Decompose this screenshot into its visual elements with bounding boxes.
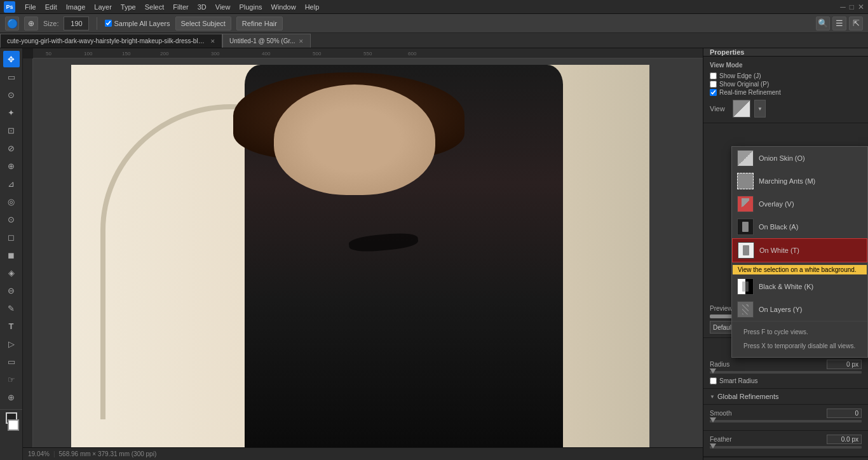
menu-layer[interactable]: Layer — [90, 0, 116, 14]
tab-untitled-close[interactable]: ✕ — [299, 38, 304, 44]
feather-slider-thumb[interactable] — [710, 443, 716, 449]
ruler-vertical — [23, 58, 33, 447]
view-mode-section: View Mode Show Edge (J) Show Original (P… — [703, 57, 868, 123]
tab-photo[interactable]: cute-young-girl-with-dark-wavy-hairstyle… — [0, 34, 222, 48]
show-original-label: Show Original (P) — [719, 81, 769, 88]
tool-eyedropper[interactable]: ⊘ — [3, 140, 20, 156]
dropdown-tooltip: View the selection on a white background… — [733, 265, 867, 274]
smooth-slider-thumb[interactable] — [710, 417, 716, 423]
tool-dodge[interactable]: ⊖ — [3, 282, 20, 299]
feather-row: Feather 0.0 px — [710, 435, 862, 444]
menu-select[interactable]: Select — [140, 0, 169, 14]
view-mode-options: Show Edge (J) Show Original (P) Real-tim… — [710, 72, 862, 96]
view-row: View ▼ — [710, 100, 862, 118]
tab-untitled[interactable]: Untitled-1 @ 50% (Gr... ✕ — [222, 34, 311, 48]
tool-move[interactable]: ✥ — [3, 51, 20, 67]
tool-hand[interactable]: ☞ — [3, 371, 20, 388]
app-icon: Ps — [4, 1, 15, 13]
sample-all-layers-label: Sample All Layers — [114, 20, 170, 27]
menu-3d[interactable]: 3D — [193, 0, 211, 14]
view-label: View — [710, 105, 729, 112]
view-mode-label: View Mode — [710, 62, 862, 69]
menu-type[interactable]: Type — [116, 0, 140, 14]
dropdown-thumb-bw — [737, 278, 754, 295]
dropdown-item-overlay[interactable]: Overlay (V) — [732, 193, 867, 215]
menu-file[interactable]: File — [20, 0, 41, 14]
view-thumbnail[interactable] — [733, 100, 750, 118]
ruler-horizontal: 50 100 150 200 300 400 500 550 600 — [33, 48, 703, 58]
tool-lasso[interactable]: ⊙ — [3, 86, 20, 103]
size-input[interactable] — [64, 17, 89, 30]
tool-blur[interactable]: ◈ — [3, 264, 20, 281]
tool-text[interactable]: T — [3, 318, 20, 334]
background-color[interactable] — [8, 419, 19, 431]
realtime-refinement-checkbox[interactable]: Real-time Refinement — [710, 89, 862, 96]
workspace-icon[interactable]: ☰ — [832, 17, 846, 30]
tool-brush[interactable]: ⊿ — [3, 175, 20, 192]
tool-path-select[interactable]: ▷ — [3, 335, 20, 352]
dropdown-item-on-layers[interactable]: On Layers (Y) — [732, 298, 867, 321]
sample-all-layers-checkbox[interactable]: Sample All Layers — [105, 20, 170, 27]
radius-slider-track[interactable] — [710, 371, 862, 374]
close-btn[interactable]: ✕ — [858, 3, 864, 11]
dropdown-thumb-onion — [737, 150, 754, 166]
menu-filter[interactable]: Filter — [168, 0, 193, 14]
tool-gradient[interactable]: ◼ — [3, 247, 20, 263]
tool-crop[interactable]: ⊡ — [3, 122, 20, 139]
smart-radius-checkbox[interactable]: Smart Radius — [710, 377, 862, 384]
tab-photo-close[interactable]: ✕ — [210, 38, 215, 44]
menu-plugins[interactable]: Plugins — [234, 0, 266, 14]
brush-size-icon[interactable]: ⊕ — [24, 17, 38, 30]
dropdown-label-on-layers: On Layers (Y) — [759, 306, 802, 313]
expand-icon[interactable]: ⇱ — [849, 17, 863, 30]
tool-zoom[interactable]: ⊕ — [3, 389, 20, 405]
dropdown-label-overlay: Overlay (V) — [759, 200, 794, 208]
feather-value: 0.0 px — [827, 435, 862, 444]
canvas-content[interactable]: ➔ — [33, 58, 703, 447]
menubar: Ps File Edit Image Layer Type Select Fil… — [0, 0, 868, 14]
dropdown-label-on-white: On White (T) — [759, 247, 799, 254]
document-dimensions: 568.96 mm × 379.31 mm (300 ppi) — [59, 450, 157, 457]
tool-healing[interactable]: ⊕ — [3, 158, 20, 174]
global-refinements-section[interactable]: ▼ Global Refinements — [703, 389, 868, 405]
show-edge-checkbox[interactable]: Show Edge (J) — [710, 72, 862, 79]
dropdown-label-on-black: On Black (A) — [759, 223, 798, 231]
radius-slider-thumb[interactable] — [710, 369, 716, 374]
search-icon[interactable]: 🔍 — [816, 17, 830, 30]
show-original-checkbox[interactable]: Show Original (P) — [710, 81, 862, 88]
dropdown-label-onion-skin: Onion Skin (O) — [759, 154, 805, 162]
tool-stamp[interactable]: ◎ — [3, 193, 20, 210]
select-subject-button[interactable]: Select Subject — [175, 17, 231, 30]
radius-label: Radius — [710, 361, 729, 368]
dropdown-item-marching-ants[interactable]: Marching Ants (M) — [732, 170, 867, 193]
tool-options-icon[interactable]: 🔵 — [5, 17, 19, 30]
dropdown-thumb-white — [738, 242, 754, 259]
menu-image[interactable]: Image — [62, 0, 90, 14]
minimize-btn[interactable]: ─ — [840, 3, 846, 11]
tool-pen[interactable]: ✎ — [3, 300, 20, 316]
tool-selection-rect[interactable]: ▭ — [3, 69, 20, 85]
feather-slider-track[interactable] — [710, 446, 862, 449]
dropdown-item-on-black[interactable]: On Black (A) — [732, 215, 867, 238]
menu-view[interactable]: View — [211, 0, 235, 14]
smooth-section: Smooth 0 — [703, 405, 868, 431]
dropdown-item-onion-skin[interactable]: Onion Skin (O) — [732, 147, 867, 170]
tool-magic-wand[interactable]: ✦ — [3, 104, 20, 121]
panel-bottom-buttons: ↺ OK Cancel — [703, 457, 868, 460]
main-area: ✥ ▭ ⊙ ✦ ⊡ ⊘ ⊕ ⊿ ◎ ⊙ ◻ ◼ ◈ ⊖ ✎ T ▷ ▭ ☞ ⊕ … — [0, 48, 868, 460]
maximize-btn[interactable]: □ — [850, 3, 854, 11]
tool-shape[interactable]: ▭ — [3, 353, 20, 370]
radius-row: Radius 0 px — [710, 360, 862, 369]
dropdown-item-black-white[interactable]: Black & White (K) — [732, 275, 867, 298]
view-dropdown-button[interactable]: ▼ — [754, 100, 766, 118]
radius-value: 0 px — [827, 360, 862, 369]
refine-hair-button[interactable]: Refine Hair — [236, 17, 283, 30]
smooth-slider-track[interactable] — [710, 420, 862, 423]
dropdown-item-on-white[interactable]: On White (T) View the selection on a whi… — [732, 238, 867, 262]
menu-help[interactable]: Help — [301, 0, 324, 14]
menu-edit[interactable]: Edit — [41, 0, 62, 14]
tool-history[interactable]: ⊙ — [3, 211, 20, 227]
tool-eraser[interactable]: ◻ — [3, 229, 20, 245]
tab-untitled-label: Untitled-1 @ 50% (Gr... — [229, 37, 295, 44]
menu-window[interactable]: Window — [267, 0, 301, 14]
